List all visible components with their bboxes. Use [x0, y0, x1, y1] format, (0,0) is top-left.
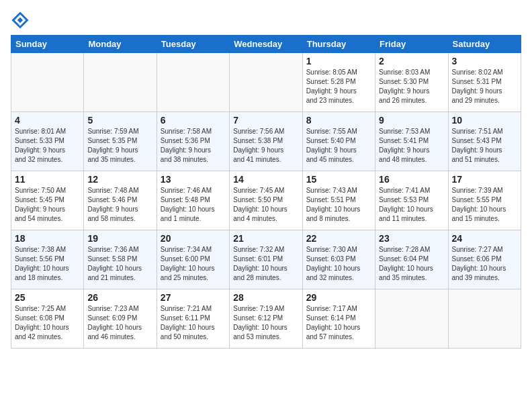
day-header-monday: Monday [84, 36, 157, 53]
day-header-friday: Friday [375, 36, 448, 53]
day-number: 22 [306, 233, 371, 244]
week-row-3: 11Sunrise: 7:50 AM Sunset: 5:45 PM Dayli… [11, 171, 521, 230]
day-number: 27 [161, 292, 226, 303]
day-cell: 14Sunrise: 7:45 AM Sunset: 5:50 PM Dayli… [230, 171, 302, 230]
day-cell: 4Sunrise: 8:01 AM Sunset: 5:33 PM Daylig… [11, 112, 84, 171]
day-info: Sunrise: 7:50 AM Sunset: 5:45 PM Dayligh… [15, 186, 80, 224]
day-cell: 6Sunrise: 7:58 AM Sunset: 5:36 PM Daylig… [157, 112, 229, 171]
day-cell: 23Sunrise: 7:28 AM Sunset: 6:04 PM Dayli… [375, 230, 448, 289]
day-info: Sunrise: 8:02 AM Sunset: 5:31 PM Dayligh… [452, 68, 517, 105]
day-cell: 22Sunrise: 7:30 AM Sunset: 6:03 PM Dayli… [302, 230, 375, 289]
day-cell: 5Sunrise: 7:59 AM Sunset: 5:35 PM Daylig… [84, 112, 157, 171]
day-cell: 12Sunrise: 7:48 AM Sunset: 5:46 PM Dayli… [84, 171, 157, 230]
day-cell [375, 289, 448, 349]
day-cell: 25Sunrise: 7:25 AM Sunset: 6:08 PM Dayli… [11, 289, 84, 349]
day-info: Sunrise: 7:55 AM Sunset: 5:40 PM Dayligh… [306, 127, 371, 165]
day-info: Sunrise: 7:48 AM Sunset: 5:46 PM Dayligh… [87, 186, 152, 224]
logo-icon [11, 11, 30, 30]
day-number: 7 [233, 115, 298, 126]
day-number: 9 [379, 115, 444, 126]
week-row-1: 1Sunrise: 8:05 AM Sunset: 5:28 PM Daylig… [11, 53, 521, 112]
day-number: 26 [87, 292, 152, 303]
day-cell: 11Sunrise: 7:50 AM Sunset: 5:45 PM Dayli… [11, 171, 84, 230]
day-cell: 3Sunrise: 8:02 AM Sunset: 5:31 PM Daylig… [448, 53, 521, 112]
day-number: 15 [306, 174, 371, 185]
day-cell: 19Sunrise: 7:36 AM Sunset: 5:58 PM Dayli… [84, 230, 157, 289]
day-info: Sunrise: 7:28 AM Sunset: 6:04 PM Dayligh… [379, 245, 444, 283]
week-row-4: 18Sunrise: 7:38 AM Sunset: 5:56 PM Dayli… [11, 230, 521, 289]
day-info: Sunrise: 8:03 AM Sunset: 5:30 PM Dayligh… [379, 68, 444, 105]
day-cell: 20Sunrise: 7:34 AM Sunset: 6:00 PM Dayli… [157, 230, 229, 289]
logo [11, 11, 32, 30]
day-info: Sunrise: 7:39 AM Sunset: 5:55 PM Dayligh… [452, 186, 517, 224]
day-cell: 24Sunrise: 7:27 AM Sunset: 6:06 PM Dayli… [448, 230, 521, 289]
day-cell: 17Sunrise: 7:39 AM Sunset: 5:55 PM Dayli… [448, 171, 521, 230]
day-number: 11 [15, 174, 80, 185]
day-cell: 29Sunrise: 7:17 AM Sunset: 6:14 PM Dayli… [302, 289, 375, 349]
page-header [11, 11, 521, 30]
day-number: 20 [161, 233, 226, 244]
day-number: 10 [452, 115, 517, 126]
day-cell: 10Sunrise: 7:51 AM Sunset: 5:43 PM Dayli… [448, 112, 521, 171]
day-number: 28 [233, 292, 298, 303]
day-cell: 27Sunrise: 7:21 AM Sunset: 6:11 PM Dayli… [157, 289, 229, 349]
day-info: Sunrise: 7:17 AM Sunset: 6:14 PM Dayligh… [306, 304, 371, 342]
day-info: Sunrise: 7:43 AM Sunset: 5:51 PM Dayligh… [306, 186, 371, 224]
day-cell: 21Sunrise: 7:32 AM Sunset: 6:01 PM Dayli… [230, 230, 302, 289]
day-number: 4 [15, 115, 80, 126]
day-header-tuesday: Tuesday [157, 36, 229, 53]
day-header-wednesday: Wednesday [230, 36, 302, 53]
day-cell [448, 289, 521, 349]
day-header-sunday: Sunday [11, 36, 84, 53]
day-header-thursday: Thursday [302, 36, 375, 53]
day-number: 12 [87, 174, 152, 185]
day-cell: 8Sunrise: 7:55 AM Sunset: 5:40 PM Daylig… [302, 112, 375, 171]
day-info: Sunrise: 7:27 AM Sunset: 6:06 PM Dayligh… [452, 245, 517, 283]
day-cell [157, 53, 229, 112]
day-cell: 15Sunrise: 7:43 AM Sunset: 5:51 PM Dayli… [302, 171, 375, 230]
day-cell: 7Sunrise: 7:56 AM Sunset: 5:38 PM Daylig… [230, 112, 302, 171]
day-info: Sunrise: 7:25 AM Sunset: 6:08 PM Dayligh… [15, 304, 80, 342]
day-number: 3 [452, 56, 517, 66]
day-info: Sunrise: 7:58 AM Sunset: 5:36 PM Dayligh… [161, 127, 226, 165]
day-number: 14 [233, 174, 298, 185]
day-cell: 2Sunrise: 8:03 AM Sunset: 5:30 PM Daylig… [375, 53, 448, 112]
week-row-2: 4Sunrise: 8:01 AM Sunset: 5:33 PM Daylig… [11, 112, 521, 171]
day-number: 17 [452, 174, 517, 185]
day-info: Sunrise: 7:21 AM Sunset: 6:11 PM Dayligh… [161, 304, 226, 342]
day-number: 25 [15, 292, 80, 303]
day-info: Sunrise: 7:56 AM Sunset: 5:38 PM Dayligh… [233, 127, 298, 165]
day-info: Sunrise: 8:05 AM Sunset: 5:28 PM Dayligh… [306, 68, 371, 105]
day-info: Sunrise: 7:53 AM Sunset: 5:41 PM Dayligh… [379, 127, 444, 165]
day-info: Sunrise: 7:38 AM Sunset: 5:56 PM Dayligh… [15, 245, 80, 283]
day-info: Sunrise: 7:32 AM Sunset: 6:01 PM Dayligh… [233, 245, 298, 283]
day-cell: 16Sunrise: 7:41 AM Sunset: 5:53 PM Dayli… [375, 171, 448, 230]
day-cell: 28Sunrise: 7:19 AM Sunset: 6:12 PM Dayli… [230, 289, 302, 349]
day-info: Sunrise: 7:23 AM Sunset: 6:09 PM Dayligh… [87, 304, 152, 342]
day-info: Sunrise: 7:19 AM Sunset: 6:12 PM Dayligh… [233, 304, 298, 342]
day-cell [84, 53, 157, 112]
day-info: Sunrise: 7:45 AM Sunset: 5:50 PM Dayligh… [233, 186, 298, 224]
day-header-saturday: Saturday [448, 36, 521, 53]
day-info: Sunrise: 7:46 AM Sunset: 5:48 PM Dayligh… [161, 186, 226, 224]
day-number: 24 [452, 233, 517, 244]
day-info: Sunrise: 7:51 AM Sunset: 5:43 PM Dayligh… [452, 127, 517, 165]
day-info: Sunrise: 7:41 AM Sunset: 5:53 PM Dayligh… [379, 186, 444, 224]
day-info: Sunrise: 7:34 AM Sunset: 6:00 PM Dayligh… [161, 245, 226, 283]
day-number: 5 [87, 115, 152, 126]
day-number: 21 [233, 233, 298, 244]
day-number: 19 [87, 233, 152, 244]
week-row-5: 25Sunrise: 7:25 AM Sunset: 6:08 PM Dayli… [11, 289, 521, 349]
day-info: Sunrise: 7:59 AM Sunset: 5:35 PM Dayligh… [87, 127, 152, 165]
day-number: 13 [161, 174, 226, 185]
calendar-table: SundayMondayTuesdayWednesdayThursdayFrid… [11, 35, 521, 349]
day-number: 2 [379, 56, 444, 66]
day-info: Sunrise: 7:36 AM Sunset: 5:58 PM Dayligh… [87, 245, 152, 283]
day-cell [230, 53, 302, 112]
day-cell: 1Sunrise: 8:05 AM Sunset: 5:28 PM Daylig… [302, 53, 375, 112]
day-number: 23 [379, 233, 444, 244]
day-cell: 9Sunrise: 7:53 AM Sunset: 5:41 PM Daylig… [375, 112, 448, 171]
day-number: 16 [379, 174, 444, 185]
header-row: SundayMondayTuesdayWednesdayThursdayFrid… [11, 36, 521, 53]
day-number: 1 [306, 56, 371, 66]
